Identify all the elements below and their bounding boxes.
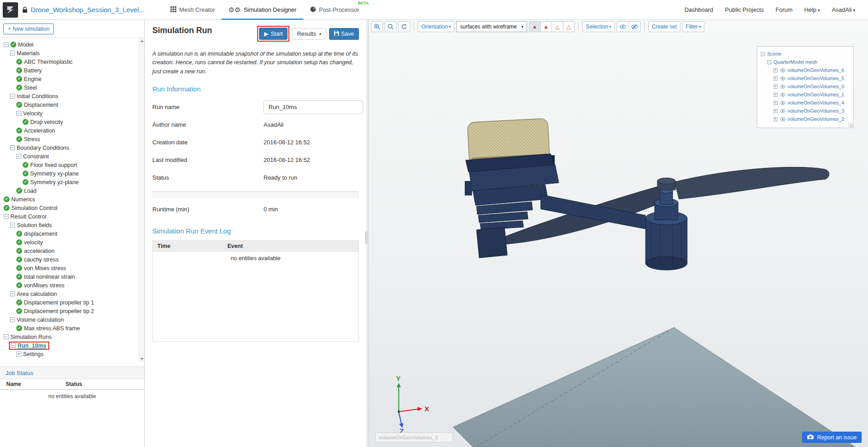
- scene-volume-volumeongeovolumes-2[interactable]: +volumeOnGeoVolumes_2: [761, 115, 849, 123]
- new-simulation-button[interactable]: + New simulation: [3, 24, 54, 34]
- collapse-icon[interactable]: −: [11, 343, 16, 348]
- scene-volume-volumeongeovolumes-6[interactable]: +volumeOnGeoVolumes_6: [761, 66, 849, 74]
- collapse-icon[interactable]: −: [4, 214, 9, 219]
- scene-tree-root[interactable]: − Scene: [761, 50, 849, 58]
- nav-help[interactable]: Help▾: [804, 6, 820, 13]
- tree-item-velocity[interactable]: −Velocity: [0, 109, 139, 118]
- scroll-down-icon[interactable]: [140, 358, 144, 360]
- tree-item-acceleration[interactable]: ✓acceleration: [0, 247, 139, 255]
- tree-item-displacement-propeller-tip-2[interactable]: ✓Displacement propeller tip 2: [0, 307, 139, 315]
- tree-item-floor-fixed-support[interactable]: ✓Floor fixed support: [0, 161, 139, 169]
- create-set-button[interactable]: Create set: [648, 21, 680, 32]
- mesh-quality-outline-icon-button[interactable]: △: [552, 21, 563, 32]
- tree-item-model[interactable]: −✓Model: [0, 40, 139, 49]
- eye-icon[interactable]: [780, 101, 786, 105]
- collapse-icon[interactable]: −: [10, 291, 15, 296]
- tree-item-numerics[interactable]: ✓Numerics: [0, 195, 139, 204]
- scene-volume-volumeongeovolumes-4[interactable]: +volumeOnGeoVolumes_4: [761, 99, 849, 107]
- run-name-input[interactable]: [264, 100, 363, 114]
- resize-handle-icon[interactable]: [848, 123, 853, 127]
- eye-icon[interactable]: [780, 68, 786, 72]
- eye-icon[interactable]: [780, 109, 786, 113]
- tree-item-acceleration[interactable]: ✓Acceleration: [0, 126, 139, 135]
- tree-item-abc-thermoplastic[interactable]: ✓ABC Thermoplastic: [0, 57, 139, 66]
- tree-item-total-nonlinear-strain[interactable]: ✓total nonlinear strain: [0, 272, 139, 281]
- zoom-extents-button[interactable]: [385, 21, 396, 32]
- scene-tree-mesh[interactable]: − QuarterModel mesh: [761, 58, 849, 66]
- collapse-icon[interactable]: −: [16, 111, 21, 116]
- collapse-icon[interactable]: −: [16, 154, 21, 159]
- save-button[interactable]: Save: [329, 28, 359, 40]
- eye-icon[interactable]: [780, 93, 786, 97]
- tree-item-symmetry-yz-plane[interactable]: ✓Symmetry yz-plane: [0, 178, 139, 186]
- scene-volume-volumeongeovolumes-3[interactable]: +volumeOnGeoVolumes_3: [761, 107, 849, 115]
- collapse-icon[interactable]: −: [767, 60, 771, 64]
- tree-item-initial-conditions[interactable]: −Initial Conditions: [0, 92, 139, 100]
- nav-public-projects[interactable]: Public Projects: [725, 6, 764, 13]
- selection-dropdown[interactable]: Selection ▾: [582, 21, 615, 32]
- tree-item-result-control[interactable]: −Result Control: [0, 212, 139, 221]
- collapse-icon[interactable]: −: [10, 223, 15, 228]
- eye-icon[interactable]: [780, 76, 786, 81]
- scene-tree-panel[interactable]: − Scene − QuarterModel mesh +volumeOnGeo…: [757, 46, 854, 128]
- scroll-up-icon[interactable]: [140, 40, 144, 42]
- tree-item-settings[interactable]: +Settings: [0, 350, 139, 358]
- tree-item-run-10ms[interactable]: −Run_10ms: [0, 341, 139, 350]
- tree-item-volume-calculation[interactable]: −Volume calculation: [0, 315, 139, 324]
- tree-scrollbar[interactable]: [139, 38, 144, 362]
- tree-item-simulation-runs[interactable]: −Simulation Runs: [0, 333, 139, 341]
- scene-volume-volumeongeovolumes-1[interactable]: +volumeOnGeoVolumes_1: [761, 90, 849, 99]
- tree-item-constraint[interactable]: −Constraint: [0, 152, 139, 161]
- mesh-quality-points-icon-button[interactable]: △: [563, 21, 575, 32]
- render-mode-select[interactable]: surfaces with wireframe ▾: [456, 21, 527, 32]
- mesh-quality-solid-icon-button[interactable]: ▲: [529, 21, 541, 32]
- orientation-dropdown[interactable]: Orientation ▾: [418, 21, 454, 32]
- collapse-icon[interactable]: −: [4, 42, 9, 47]
- nav-dashboard[interactable]: Dashboard: [684, 6, 713, 13]
- tree-item-simulation-control[interactable]: ✓Simulation Control: [0, 204, 139, 212]
- report-issue-button[interactable]: Report an issue: [802, 432, 862, 443]
- zoom-in-button[interactable]: [371, 21, 383, 32]
- tree-item-solution-fields[interactable]: −Solution fields: [0, 221, 139, 229]
- scene-volume-volumeongeovolumes-5[interactable]: +volumeOnGeoVolumes_5: [761, 74, 849, 82]
- tree-item-symmetry-xy-plane[interactable]: ✓Symmetry xy-plane: [0, 169, 139, 178]
- tree-item-drop-velocity[interactable]: ✓Drop velocity: [0, 118, 139, 126]
- tree-item-load[interactable]: ✓Load: [0, 186, 139, 195]
- tree-item-von-mises-stress[interactable]: ✓von Mises stress: [0, 264, 139, 272]
- eye-icon[interactable]: [780, 117, 786, 121]
- nav-forum[interactable]: Forum: [776, 6, 793, 13]
- expand-icon[interactable]: +: [16, 352, 21, 357]
- app-logo-icon[interactable]: [3, 2, 18, 18]
- tab-mesh-creator[interactable]: Mesh Creator: [164, 0, 222, 20]
- show-selected-button[interactable]: [617, 21, 629, 32]
- tree-item-max-stress-abs-frame[interactable]: ✓Max stress ABS frame: [0, 324, 139, 333]
- filter-dropdown[interactable]: Filter ▾: [682, 21, 704, 32]
- expand-icon[interactable]: +: [774, 68, 778, 72]
- tree-item-battery[interactable]: ✓Battery: [0, 66, 139, 75]
- tree-item-velocity[interactable]: ✓velocity: [0, 238, 139, 247]
- mesh-quality-surface-icon-button[interactable]: ▲: [540, 21, 552, 32]
- tree-item-vonmises-stress[interactable]: ✓vonMises stress: [0, 281, 139, 290]
- start-button[interactable]: ▶ Start: [259, 28, 288, 40]
- tree-item-area-calculation[interactable]: −Area calculation: [0, 290, 139, 298]
- expand-icon[interactable]: +: [774, 85, 778, 89]
- tab-simulation-designer[interactable]: ⚙⚙ Simulation Designer: [222, 0, 303, 20]
- results-button[interactable]: Results ▾: [292, 28, 326, 40]
- scene-volume-volumeongeovolumes-0[interactable]: +volumeOnGeoVolumes_0: [761, 82, 849, 90]
- collapse-icon[interactable]: −: [10, 145, 15, 150]
- viewport-3d[interactable]: Orientation ▾ surfaces with wireframe ▾ …: [369, 20, 868, 447]
- tree-item-displacement-propeller-tip-1[interactable]: ✓Displacement propeller tip 1: [0, 298, 139, 307]
- collapse-icon[interactable]: −: [4, 334, 9, 339]
- tree-item-cauchy-stress[interactable]: ✓cauchy stress: [0, 255, 139, 264]
- expand-icon[interactable]: +: [774, 101, 778, 105]
- collapse-icon[interactable]: −: [761, 52, 765, 56]
- tree-item-stress[interactable]: ✓Stress: [0, 135, 139, 143]
- tree-item-displacement[interactable]: ✓displacement: [0, 229, 139, 238]
- collapse-icon[interactable]: −: [10, 94, 15, 99]
- nav-asadali[interactable]: AsadAli▾: [832, 6, 855, 13]
- hide-selected-button[interactable]: [628, 21, 641, 32]
- tab-post-processor[interactable]: Post-Processor BETA: [303, 0, 366, 20]
- tree-item-materials[interactable]: −Materials: [0, 49, 139, 57]
- collapse-icon[interactable]: −: [10, 317, 15, 322]
- eye-icon[interactable]: [780, 85, 786, 89]
